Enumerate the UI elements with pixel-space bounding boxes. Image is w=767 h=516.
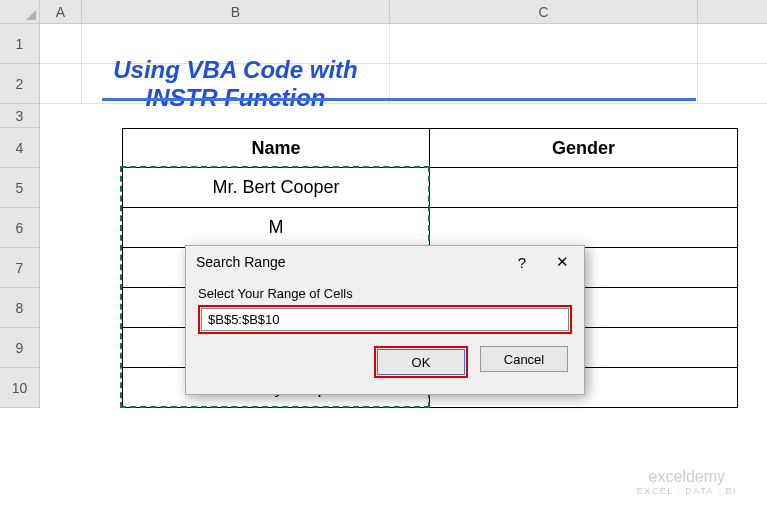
- row-header-4[interactable]: 4: [0, 128, 40, 168]
- row-header-3[interactable]: 3: [0, 104, 40, 128]
- row-headers: 1 2 3 4 5 6 7 8 9 10: [0, 24, 40, 408]
- column-header-a[interactable]: A: [40, 0, 82, 23]
- search-range-dialog: Search Range ? ✕ Select Your Range of Ce…: [185, 245, 585, 395]
- row-header-6[interactable]: 6: [0, 208, 40, 248]
- dialog-title: Search Range: [196, 254, 502, 270]
- cell-gender[interactable]: [430, 168, 738, 208]
- row-header-1[interactable]: 1: [0, 24, 40, 64]
- row-header-9[interactable]: 9: [0, 328, 40, 368]
- table-row[interactable]: Mr. Bert Cooper: [122, 168, 738, 208]
- column-header-b[interactable]: B: [82, 0, 390, 23]
- ok-highlight: OK: [374, 346, 468, 378]
- table-header-gender: Gender: [430, 128, 738, 168]
- cell-name[interactable]: Mr. Bert Cooper: [122, 168, 430, 208]
- ok-button[interactable]: OK: [377, 349, 465, 375]
- cell-gender[interactable]: [430, 208, 738, 248]
- row-header-7[interactable]: 7: [0, 248, 40, 288]
- cell-name[interactable]: M: [122, 208, 430, 248]
- title-underline: [102, 98, 696, 101]
- dialog-label: Select Your Range of Cells: [198, 286, 572, 301]
- dialog-titlebar[interactable]: Search Range ? ✕: [186, 246, 584, 278]
- row-header-2[interactable]: 2: [0, 64, 40, 104]
- table-row[interactable]: M: [122, 208, 738, 248]
- range-input[interactable]: [201, 308, 569, 331]
- row-header-10[interactable]: 10: [0, 368, 40, 408]
- page-title: Using VBA Code with INSTR Function: [82, 56, 389, 112]
- row-header-5[interactable]: 5: [0, 168, 40, 208]
- select-all-corner[interactable]: [0, 0, 40, 23]
- help-icon[interactable]: ?: [502, 247, 542, 277]
- column-header-c[interactable]: C: [390, 0, 698, 23]
- table-header-name: Name: [122, 128, 430, 168]
- cancel-button[interactable]: Cancel: [480, 346, 568, 372]
- row-header-8[interactable]: 8: [0, 288, 40, 328]
- column-headers: A B C: [0, 0, 767, 24]
- close-icon[interactable]: ✕: [542, 247, 582, 277]
- input-highlight: [198, 305, 572, 334]
